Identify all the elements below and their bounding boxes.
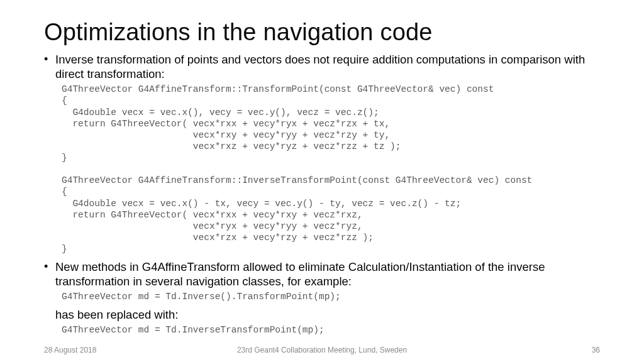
bullet-item-2: New methods in G4AffineTransform allowed…	[44, 260, 600, 288]
footer-page: 36	[592, 346, 600, 354]
bullet-list: Inverse transformation of points and vec…	[44, 52, 600, 81]
code-block-2: G4ThreeVector md = Td.Inverse().Transfor…	[62, 291, 600, 302]
footer-meeting: 23rd Geant4 Collaboration Meeting, Lund,…	[0, 346, 644, 354]
replaced-text: has been replaced with:	[55, 308, 600, 322]
slide-title: Optimizations in the navigation code	[44, 19, 600, 46]
code-block-1: G4ThreeVector G4AffineTransform::Transfo…	[62, 84, 600, 255]
bullet-item-1: Inverse transformation of points and vec…	[44, 52, 600, 81]
footer-date: 28 August 2018	[44, 346, 96, 354]
footer: 28 August 2018 23rd Geant4 Collaboration…	[0, 346, 644, 354]
slide: Optimizations in the navigation code Inv…	[0, 0, 644, 362]
code-block-3: G4ThreeVector md = Td.InverseTransformPo…	[62, 324, 600, 336]
bullet-list-2: New methods in G4AffineTransform allowed…	[44, 260, 600, 288]
